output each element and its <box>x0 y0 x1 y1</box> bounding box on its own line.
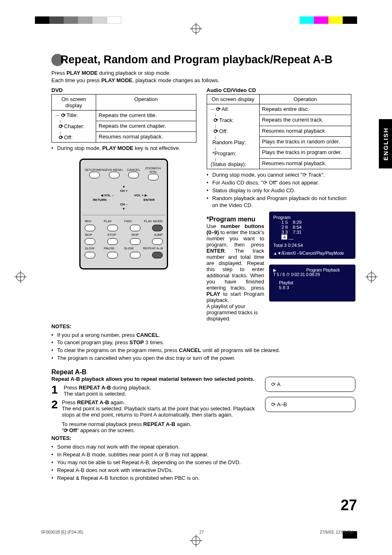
dvd-note: During stop mode, PLAY MODE key is not e… <box>51 145 196 152</box>
page-title-row: Repeat, Random and Program playback/Repe… <box>51 53 351 66</box>
footer-left: 5F00301B [E] (P24-35) <box>41 530 83 534</box>
intro-line-1: Press PLAY MODE during playback or stop … <box>51 69 351 77</box>
registration-mark-top <box>190 23 202 35</box>
footer: 5F00301B [E] (P24-35) 27 27/6/03, 12:05 … <box>41 530 353 534</box>
cd-heading: Audio CD/Video CD <box>207 87 352 93</box>
osd-program: Program 1 5 8:29 2 8 8:54 3 3 7:31 4 __ … <box>269 212 355 259</box>
program-heading: *Program menu <box>207 216 265 223</box>
color-bars-top-right <box>300 16 357 24</box>
repeat-ab-sub: Repeat A-B playback allows you to repeat… <box>51 376 257 382</box>
footer-right: 27/6/03, 12:05 PM <box>320 530 353 534</box>
registration-mark-right <box>365 271 378 285</box>
page-number: 27 <box>341 497 357 514</box>
dvd-heading: DVD <box>51 87 196 93</box>
language-tab: ENGLISH <box>379 119 392 168</box>
dvd-th1: On screen display <box>62 96 86 108</box>
step-2-num: 2 <box>51 399 58 433</box>
osd-ab: ⟳ A–B <box>265 397 355 412</box>
program-body2: A playlist of your programmed tracks is … <box>207 303 265 322</box>
cd-table: On screen displayOperation → All: ↓ Trac… <box>207 94 352 169</box>
notes-list-2: Some discs may not work with the repeat … <box>51 444 351 481</box>
language-label: ENGLISH <box>382 127 389 161</box>
step-1-num: 1 <box>51 385 60 397</box>
remote-diagram: SETUP/MENU DVD MENU CANCEL ZOOM/CH RTN ▲… <box>79 159 168 269</box>
color-bars-top-left <box>35 16 121 24</box>
step-2: 2 Press REPEAT A-B again. The end point … <box>51 399 257 433</box>
intro-line-2: Each time you press PLAY MODE, playback … <box>51 77 351 84</box>
page-title: Repeat, Random and Program playback/Repe… <box>60 53 332 66</box>
program-body: Use number buttons (0–9) to enter the tr… <box>207 223 265 303</box>
dvd-table: On screen displayOperation → Title: ↓ Ch… <box>51 94 196 143</box>
dvd-th2: Operation <box>134 96 158 102</box>
cd-notes: During stop mode, you cannot select "⟳ T… <box>207 172 352 209</box>
repeat-ab-heading: Repeat A-B <box>51 368 257 376</box>
registration-mark-bottom <box>190 534 202 547</box>
osd-playback: ▶ Program Playback T 5 / 8 ⏱ 0:02:31 0:0… <box>269 265 355 302</box>
notes-heading-2: NOTES: <box>51 435 351 441</box>
notes-heading-1: NOTES: <box>51 323 351 329</box>
footer-mid: 27 <box>199 530 204 534</box>
notes-list-1: If you put a wrong number, press CANCEL.… <box>51 332 351 362</box>
osd-a: ⟳ A <box>265 377 355 392</box>
step-1: 1 Press REPEAT A-B during playback. The … <box>51 385 257 397</box>
registration-mark-left <box>14 271 27 285</box>
